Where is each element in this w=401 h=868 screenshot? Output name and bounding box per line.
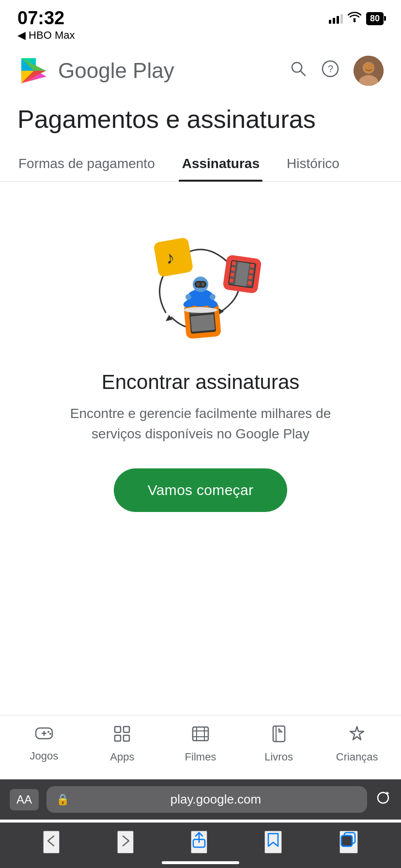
svg-text:?: ? (328, 63, 333, 74)
svg-point-0 (353, 20, 355, 22)
url-bar[interactable]: 🔒 play.google.com (46, 786, 367, 813)
play-logo-icon (17, 54, 50, 87)
tabs: Formas de pagamento Assinaturas Históric… (0, 148, 401, 182)
url-text: play.google.com (74, 792, 357, 807)
share-button[interactable] (191, 831, 207, 853)
svg-rect-49 (115, 727, 121, 732)
svg-rect-38 (201, 282, 204, 286)
nav-games[interactable]: Jogos (5, 725, 83, 763)
svg-rect-21 (229, 279, 233, 283)
nav-movies-label: Filmes (185, 751, 216, 763)
svg-rect-33 (190, 314, 215, 332)
svg-rect-23 (250, 264, 254, 268)
games-icon (35, 725, 53, 746)
svg-rect-37 (197, 282, 200, 286)
help-icon[interactable]: ? (322, 60, 339, 82)
signal-icon (329, 13, 343, 24)
svg-rect-25 (248, 275, 253, 279)
status-bar: 07:32 ◀ HBO Max 80 (0, 0, 401, 45)
svg-rect-36 (195, 281, 206, 288)
svg-rect-51 (115, 735, 121, 741)
svg-point-43 (184, 307, 217, 313)
nav-movies[interactable]: Filmes (161, 725, 240, 763)
avatar[interactable] (354, 56, 384, 86)
status-icons: 80 (329, 9, 384, 25)
svg-rect-24 (249, 269, 253, 274)
svg-rect-52 (123, 735, 129, 741)
svg-point-41 (185, 294, 191, 300)
header-actions: ? (290, 56, 384, 86)
nav-apps-label: Apps (110, 751, 134, 763)
svg-rect-26 (247, 281, 252, 285)
back-button[interactable] (43, 831, 60, 853)
home-indicator (162, 861, 239, 864)
status-carrier: ◀ HBO Max (17, 29, 75, 42)
lock-icon: 🔒 (56, 793, 69, 806)
tab-history[interactable]: Histórico (273, 148, 353, 181)
cta-button[interactable]: Vamos começar (114, 468, 287, 512)
nav-kids-label: Crianças (336, 751, 378, 763)
nav-apps[interactable]: Apps (83, 725, 162, 763)
cta-description: Encontre e gerencie facilmente milhares … (60, 403, 341, 444)
svg-rect-53 (193, 727, 208, 741)
tab-payment[interactable]: Formas de pagamento (5, 148, 169, 181)
svg-point-8 (363, 62, 374, 73)
app-header: Google Play ? (0, 45, 401, 95)
aa-label[interactable]: AA (10, 789, 39, 810)
svg-marker-60 (386, 791, 389, 794)
svg-point-42 (210, 294, 216, 300)
wifi-icon (348, 12, 361, 25)
browser-bar: AA 🔒 play.google.com (0, 779, 401, 820)
main-content: ♪ (0, 182, 401, 531)
subscription-illustration: ♪ (123, 206, 278, 351)
nav-kids[interactable]: Crianças (318, 725, 396, 763)
app-logo: Google Play (17, 54, 290, 87)
tab-subscriptions[interactable]: Assinaturas (169, 148, 273, 181)
nav-books-label: Livros (264, 751, 293, 763)
search-icon[interactable] (290, 60, 307, 82)
svg-rect-20 (230, 273, 234, 277)
kids-icon (348, 725, 366, 747)
cta-title: Encontrar assinaturas (102, 371, 300, 394)
forward-button[interactable] (117, 831, 134, 853)
nav-books[interactable]: Livros (240, 725, 318, 763)
svg-line-2 (301, 71, 305, 76)
bottom-navigation: Jogos Apps Filmes (0, 715, 401, 771)
svg-point-1 (292, 62, 302, 72)
bookmarks-button[interactable] (264, 831, 282, 853)
page-title: Pagamentos e assinaturas (0, 95, 401, 148)
svg-point-47 (47, 731, 49, 733)
tabs-button[interactable] (339, 831, 358, 853)
svg-rect-19 (231, 267, 235, 271)
svg-rect-63 (341, 836, 352, 846)
reload-button[interactable] (375, 790, 391, 809)
svg-point-48 (49, 733, 51, 735)
status-time: 07:32 (17, 9, 75, 27)
svg-rect-50 (123, 727, 129, 732)
svg-rect-18 (231, 261, 236, 265)
battery-icon: 80 (366, 12, 384, 25)
nav-games-label: Jogos (30, 750, 58, 762)
movies-icon (192, 725, 209, 747)
app-name: Google Play (58, 59, 174, 83)
books-icon (271, 725, 287, 747)
apps-icon (113, 725, 131, 747)
